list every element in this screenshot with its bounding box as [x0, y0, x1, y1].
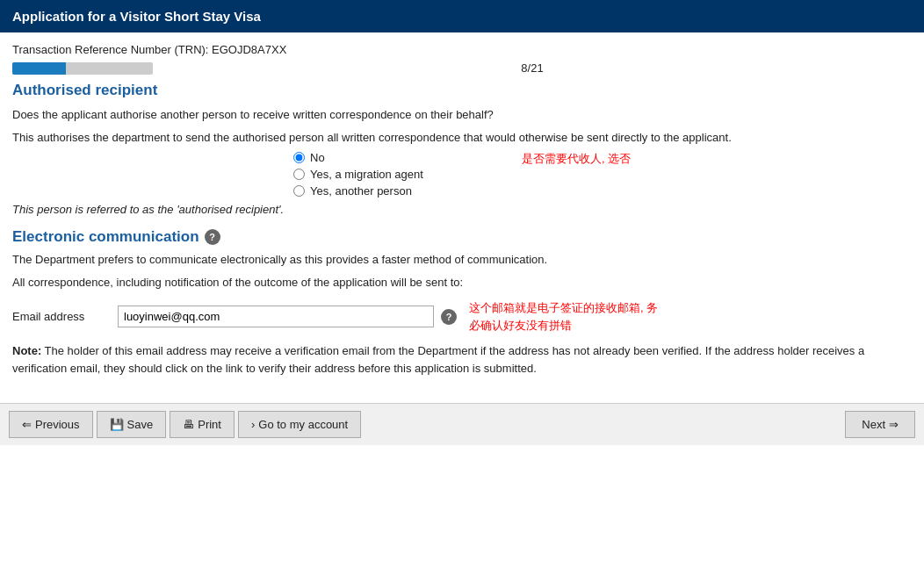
radio-option-migration-agent[interactable]: Yes, a migration agent [293, 168, 912, 181]
radio-another-person-label: Yes, another person [310, 184, 412, 198]
progress-row: 8/21 [12, 61, 912, 75]
goto-account-button[interactable]: › Go to my account [238, 411, 361, 438]
page-title: Application for a Visitor Short Stay Vis… [12, 9, 261, 24]
authorised-recipient-annotation: 是否需要代收人, 选否 [522, 151, 631, 167]
radio-no-label: No [310, 151, 325, 164]
note-text: The holder of this email address may rec… [12, 344, 864, 375]
footer-bar: ⇐ Previous 💾 Save 🖶 Print › Go to my acc… [0, 403, 924, 445]
authorised-recipient-radio-group: No Yes, a migration agent Yes, another p… [293, 151, 912, 198]
email-annotation: 这个邮箱就是电子签证的接收邮箱, 务必确认好友没有拼错 [469, 299, 658, 334]
next-button[interactable]: Next ⇒ [845, 411, 915, 438]
authorised-recipient-question: Does the applicant authorise another per… [12, 106, 912, 124]
trn-line: Transaction Reference Number (TRN): EGOJ… [12, 43, 912, 56]
email-row: Email address ? 这个邮箱就是电子签证的接收邮箱, 务必确认好友没… [12, 299, 912, 334]
goto-account-icon: › [251, 418, 255, 431]
trn-text: Transaction Reference Number (TRN): EGOJ… [12, 43, 286, 56]
next-icon: ⇒ [889, 418, 899, 431]
print-button[interactable]: 🖶 Print [170, 411, 235, 438]
radio-no[interactable] [293, 152, 305, 163]
save-icon: 💾 [110, 418, 124, 431]
previous-label: Previous [35, 418, 80, 431]
electronic-communication-title: Electronic communication [12, 228, 199, 246]
print-label: Print [198, 418, 221, 431]
goto-account-label: Go to my account [258, 418, 348, 431]
electronic-communication-desc2: All correspondence, including notificati… [12, 274, 912, 291]
note-bold: Note: [12, 344, 41, 357]
main-content: Transaction Reference Number (TRN): EGOJ… [0, 32, 924, 385]
electronic-communication-desc1: The Department prefers to communicate el… [12, 251, 912, 269]
electronic-communication-help-icon[interactable]: ? [205, 229, 220, 245]
print-icon: 🖶 [183, 418, 194, 431]
progress-bar-outer [12, 62, 153, 75]
previous-button[interactable]: ⇐ Previous [9, 411, 93, 438]
radio-option-another-person[interactable]: Yes, another person [293, 184, 912, 198]
page-header: Application for a Visitor Short Stay Vis… [0, 0, 924, 32]
email-help-icon[interactable]: ? [441, 309, 457, 325]
progress-bar-inner [12, 62, 66, 75]
save-label: Save [127, 418, 154, 431]
authorised-recipient-description: This authorises the department to send t… [12, 129, 912, 147]
previous-icon: ⇐ [22, 418, 32, 431]
email-input[interactable] [118, 306, 434, 327]
save-button[interactable]: 💾 Save [97, 411, 167, 438]
radio-migration-agent-label: Yes, a migration agent [310, 168, 423, 181]
radio-another-person[interactable] [293, 185, 305, 197]
authorised-recipient-title: Authorised recipient [12, 82, 912, 99]
email-label: Email address [12, 310, 118, 323]
page-counter: 8/21 [521, 61, 543, 75]
next-label: Next [862, 418, 885, 431]
authorised-recipient-note: This person is referred to as the 'autho… [12, 203, 912, 216]
email-note-block: Note: The holder of this email address m… [12, 342, 912, 377]
electronic-communication-title-row: Electronic communication ? [12, 228, 912, 246]
radio-migration-agent[interactable] [293, 169, 305, 180]
